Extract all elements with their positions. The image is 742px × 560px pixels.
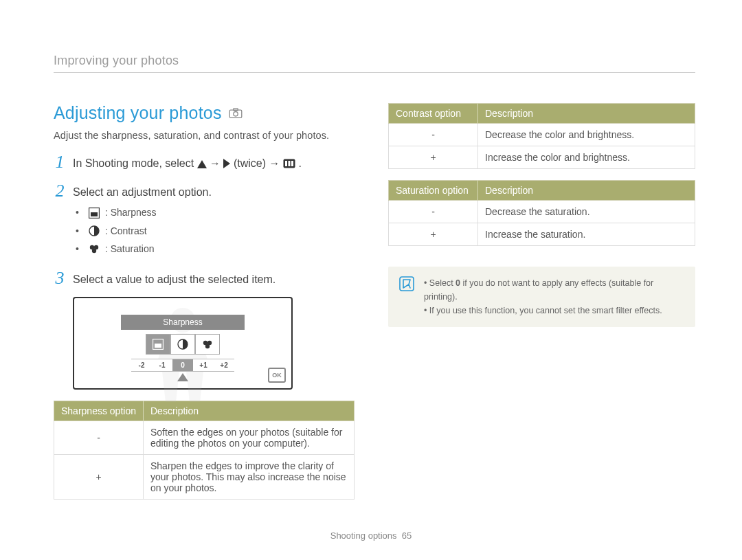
th-description: Description	[478, 181, 695, 201]
cell-desc: Increase the color and brightness.	[478, 146, 695, 169]
svg-rect-6	[285, 161, 287, 166]
svg-rect-22	[400, 277, 414, 291]
scale-minus1[interactable]: -1	[152, 359, 172, 372]
saturation-label: : Saturation	[105, 242, 155, 256]
breadcrumb: Improving your photos	[54, 54, 695, 68]
step-number: 3	[54, 269, 66, 287]
cell-symbol: +	[389, 146, 478, 169]
step1-arrow1: →	[210, 157, 223, 169]
th-option: Sharpness option	[54, 401, 144, 421]
saturation-item: : Saturation	[76, 242, 212, 256]
step-body: Select a value to adjust the selected it…	[73, 269, 276, 287]
contrast-item: : Contrast	[76, 224, 212, 238]
table-row: - Decrease the color and brightness.	[389, 124, 695, 146]
table-row: + Increase the saturation.	[389, 223, 695, 246]
heading-row: Adjusting your photos	[54, 103, 361, 123]
intro-text: Adjust the sharpness, saturation, and co…	[54, 130, 361, 141]
table-row: - Soften the edges on your photos (suita…	[54, 421, 355, 455]
camera-mode-icon	[229, 108, 243, 119]
cell-symbol: +	[54, 455, 144, 500]
saturation-tab[interactable]	[195, 334, 220, 355]
step1-text-pre: In Shooting mode, select	[73, 157, 197, 169]
svg-point-21	[205, 344, 210, 348]
steps-list: 1 In Shooting mode, select → (twice) → .…	[54, 153, 361, 287]
cell-symbol: -	[389, 124, 478, 146]
left-column: Adjusting your photos Adjust the sharpne…	[54, 103, 361, 511]
footer-page-number: 65	[402, 530, 412, 541]
sharpness-icon	[89, 208, 100, 219]
svg-rect-17	[155, 344, 161, 348]
page-footer: Shooting options 65	[0, 530, 742, 541]
table-row: + Sharpen the edges to improve the clari…	[54, 455, 355, 500]
sharpness-tab[interactable]	[146, 334, 170, 355]
cell-symbol: +	[389, 223, 478, 246]
scale-plus1[interactable]: +1	[193, 359, 214, 372]
svg-rect-8	[291, 161, 293, 166]
footer-section: Shooting options	[330, 530, 397, 541]
table-row: + Increase the color and brightness.	[389, 146, 695, 169]
adjust-box-icon	[283, 157, 295, 172]
scale-pointer-icon	[177, 373, 188, 381]
svg-marker-3	[197, 160, 207, 168]
step3-text: Select a value to adjust the selected it…	[73, 273, 276, 285]
sharpness-label: : Sharpness	[105, 205, 157, 219]
divider	[54, 72, 695, 73]
svg-rect-10	[91, 212, 98, 216]
scale-zero[interactable]: 0	[172, 359, 193, 372]
th-option: Saturation option	[389, 181, 478, 201]
cell-symbol: -	[389, 201, 478, 223]
step-body: In Shooting mode, select → (twice) → .	[73, 153, 302, 172]
up-triangle-icon	[197, 157, 207, 172]
table-row: - Decrease the saturation.	[389, 201, 695, 223]
camera-screen-illustration: Sharpness -2 -1 0 +1 +2 OK	[73, 297, 293, 390]
right-column: Contrast option Description - Decrease t…	[388, 103, 695, 511]
sharpness-table: Sharpness option Description - Soften th…	[54, 401, 355, 500]
svg-rect-7	[288, 161, 290, 166]
contrast-table: Contrast option Description - Decrease t…	[388, 103, 695, 169]
svg-point-2	[233, 111, 237, 115]
scale-minus2[interactable]: -2	[131, 359, 152, 372]
cell-desc: Soften the edges on your photos (suitabl…	[144, 421, 355, 455]
adjustment-icon-row	[82, 334, 283, 355]
two-column-layout: Adjusting your photos Adjust the sharpne…	[54, 103, 695, 511]
saturation-table: Saturation option Description - Decrease…	[388, 180, 695, 246]
note-box: Select 0 if you do not want to apply any…	[388, 267, 695, 327]
step1-end: .	[298, 157, 301, 169]
info-icon	[399, 276, 414, 291]
right-chevron-icon	[223, 157, 230, 172]
contrast-tab[interactable]	[170, 334, 195, 355]
cell-desc: Decrease the color and brightness.	[478, 124, 695, 146]
step2-text: Select an adjustment option.	[73, 186, 212, 198]
step1-twice: (twice) →	[234, 157, 283, 169]
svg-rect-1	[233, 108, 237, 110]
step-2: 2 Select an adjustment option. : Sharpne…	[54, 182, 361, 260]
table-header-row: Saturation option Description	[389, 181, 695, 201]
cell-symbol: -	[54, 421, 144, 455]
adjustment-sublist: : Sharpness : Contrast : Saturation	[73, 205, 212, 256]
svg-point-14	[92, 249, 96, 253]
note-list: Select 0 if you do not want to apply any…	[424, 276, 684, 317]
note-line-2: If you use this function, you cannot set…	[424, 304, 684, 317]
adjustment-label: Sharpness	[121, 315, 245, 330]
cell-desc: Decrease the saturation.	[478, 201, 695, 223]
scale-plus2[interactable]: +2	[214, 359, 234, 372]
page-title: Adjusting your photos	[54, 103, 222, 123]
step-number: 2	[54, 182, 66, 200]
step-body: Select an adjustment option. : Sharpness…	[73, 182, 212, 260]
note-line-1: Select 0 if you do not want to apply any…	[424, 276, 684, 304]
step-3: 3 Select a value to adjust the selected …	[54, 269, 361, 287]
value-scale[interactable]: -2 -1 0 +1 +2	[82, 359, 283, 372]
manual-page: Improving your photos Adjusting your pho…	[0, 0, 742, 560]
table-header-row: Contrast option Description	[389, 104, 695, 124]
contrast-icon	[89, 225, 100, 236]
note-text: Select	[429, 278, 456, 288]
cell-desc: Increase the saturation.	[478, 223, 695, 246]
svg-marker-4	[223, 159, 230, 168]
svg-rect-0	[229, 110, 242, 117]
contrast-label: : Contrast	[105, 224, 147, 238]
saturation-icon	[89, 243, 100, 254]
th-option: Contrast option	[389, 104, 478, 124]
step-number: 1	[54, 153, 66, 171]
cell-desc: Sharpen the edges to improve the clarity…	[144, 455, 355, 500]
sharpness-item: : Sharpness	[76, 205, 212, 219]
